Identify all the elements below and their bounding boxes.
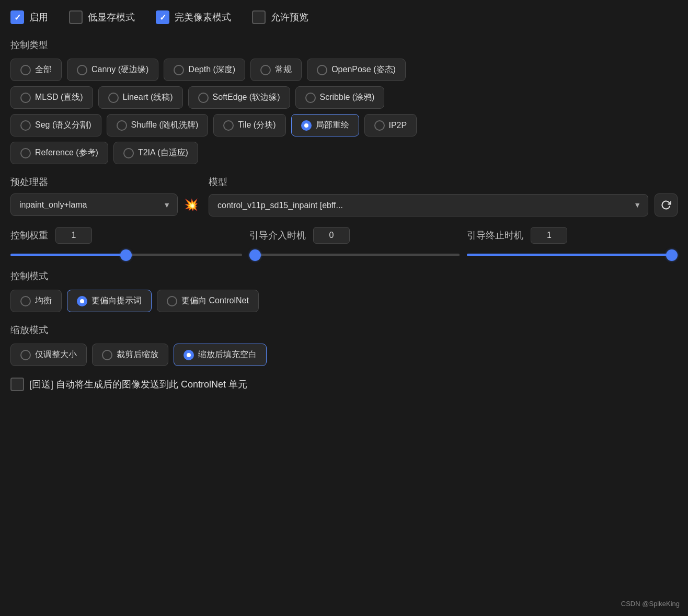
radio-circle-lineart xyxy=(108,93,119,103)
resize-mode-crop[interactable]: 裁剪后缩放 xyxy=(92,344,168,366)
radio-circle-all xyxy=(20,65,31,75)
control-type-seg[interactable]: Seg (语义分割) xyxy=(10,114,101,136)
control-type-inpaint[interactable]: 局部重绘 xyxy=(291,114,359,136)
resize-mode-only[interactable]: 仅调整大小 xyxy=(10,344,87,366)
model-label: 模型 xyxy=(209,176,678,188)
radio-label-ip2p: IP2P xyxy=(389,121,407,130)
slider-labels-row: 控制权重 1 引导介入时机 0 引导终止时机 1 xyxy=(10,227,678,244)
radio-circle-tile xyxy=(223,120,234,131)
guidance-end-slider[interactable] xyxy=(467,254,678,256)
guidance-end-track xyxy=(467,249,678,258)
enable-checkbox[interactable]: 启用 xyxy=(10,10,48,24)
radio-label-seg: Seg (语义分割) xyxy=(35,120,91,131)
guidance-end-label: 引导终止时机 xyxy=(467,229,523,242)
radio-circle-normal xyxy=(260,65,271,75)
resize-mode-group: 仅调整大小 裁剪后缩放 缩放后填充空白 xyxy=(10,344,678,366)
sliders-track-row xyxy=(10,249,678,258)
control-type-scribble[interactable]: Scribble (涂鸦) xyxy=(295,86,385,109)
control-type-openpose[interactable]: OpenPose (姿态) xyxy=(307,59,406,81)
control-type-all[interactable]: 全部 xyxy=(10,59,62,81)
preprocessor-col: 预处理器 inpaint_only+lama inpaint_only none… xyxy=(10,176,198,216)
control-type-row-2: MLSD (直线) Lineart (线稿) SoftEdge (软边缘) Sc… xyxy=(10,86,678,109)
guidance-end-header: 引导终止时机 1 xyxy=(467,227,678,244)
pixel-perfect-label: 完美像素模式 xyxy=(175,11,231,24)
resize-mode-fill[interactable]: 缩放后填充空白 xyxy=(174,344,267,366)
control-mode-title: 控制模式 xyxy=(10,270,678,282)
model-col: 模型 control_v11p_sd15_inpaint [ebff... no… xyxy=(209,176,678,216)
guidance-start-value[interactable]: 0 xyxy=(313,227,350,244)
radio-circle-t2ia xyxy=(123,148,134,158)
radio-circle-shuffle xyxy=(117,120,127,131)
radio-label-softedge: SoftEdge (软边缘) xyxy=(213,92,280,103)
loopback-checkbox-box xyxy=(10,378,24,391)
control-mode-controlnet[interactable]: 更偏向 ControlNet xyxy=(157,290,259,312)
radio-circle-ip2p xyxy=(374,120,385,131)
guidance-start-header: 引导介入时机 0 xyxy=(249,227,460,244)
low-vram-checkbox-box xyxy=(69,10,83,24)
radio-circle-controlnet xyxy=(167,296,177,306)
control-type-t2ia[interactable]: T2IA (自适应) xyxy=(113,142,198,164)
control-type-softedge[interactable]: SoftEdge (软边缘) xyxy=(188,86,290,109)
control-mode-balanced[interactable]: 均衡 xyxy=(10,290,62,312)
control-weight-label: 控制权重 xyxy=(10,229,48,242)
low-vram-label: 低显存模式 xyxy=(88,11,135,24)
control-type-mlsd[interactable]: MLSD (直线) xyxy=(10,86,93,109)
control-type-depth[interactable]: Depth (深度) xyxy=(164,59,245,81)
model-select-wrapper: control_v11p_sd15_inpaint [ebff... none … xyxy=(209,194,648,216)
guidance-end-value[interactable]: 1 xyxy=(531,227,567,244)
preprocessor-select[interactable]: inpaint_only+lama inpaint_only none xyxy=(10,193,178,216)
radio-label-normal: 常规 xyxy=(275,64,292,75)
radio-circle-softedge xyxy=(198,93,209,103)
enable-checkbox-box xyxy=(10,10,24,24)
refresh-model-button[interactable] xyxy=(655,193,678,216)
top-checkboxes-row: 启用 低显存模式 完美像素模式 允许预览 xyxy=(10,10,678,24)
radio-circle-resize-only xyxy=(20,350,31,360)
control-type-tile[interactable]: Tile (分块) xyxy=(213,114,285,136)
control-type-canny[interactable]: Canny (硬边缘) xyxy=(67,59,158,81)
radio-label-balanced: 均衡 xyxy=(35,295,52,306)
allow-preview-checkbox-box xyxy=(252,10,266,24)
allow-preview-label: 允许预览 xyxy=(271,11,308,24)
preprocessor-model-row: 预处理器 inpaint_only+lama inpaint_only none… xyxy=(10,176,678,216)
guidance-start-slider[interactable] xyxy=(249,254,460,256)
control-type-reference[interactable]: Reference (参考) xyxy=(10,142,108,164)
low-vram-checkbox[interactable]: 低显存模式 xyxy=(69,10,135,24)
control-type-shuffle[interactable]: Shuffle (随机洗牌) xyxy=(107,114,209,136)
radio-circle-mlsd xyxy=(20,93,31,103)
enable-label: 启用 xyxy=(29,11,48,24)
watermark: CSDN @SpikeKing xyxy=(621,600,680,608)
pixel-perfect-checkbox[interactable]: 完美像素模式 xyxy=(156,10,231,24)
control-type-normal[interactable]: 常规 xyxy=(250,59,302,81)
resize-mode-section: 缩放模式 仅调整大小 裁剪后缩放 缩放后填充空白 xyxy=(10,324,678,366)
spark-icon[interactable]: 💥 xyxy=(184,198,198,212)
control-weight-track xyxy=(10,249,242,258)
allow-preview-checkbox[interactable]: 允许预览 xyxy=(252,10,308,24)
radio-circle-depth xyxy=(174,65,184,75)
preprocessor-select-wrapper: inpaint_only+lama inpaint_only none ▼ xyxy=(10,193,178,216)
radio-label-lineart: Lineart (线稿) xyxy=(123,92,173,103)
radio-circle-balanced xyxy=(20,296,31,306)
radio-label-depth: Depth (深度) xyxy=(188,64,235,75)
control-type-row-4: Reference (参考) T2IA (自适应) xyxy=(10,142,678,164)
control-weight-slider[interactable] xyxy=(10,254,242,256)
radio-circle-prompt xyxy=(77,296,87,306)
control-weight-value[interactable]: 1 xyxy=(55,227,92,244)
model-content: control_v11p_sd15_inpaint [ebff... none … xyxy=(209,193,678,216)
radio-circle-openpose xyxy=(317,65,327,75)
control-type-title: 控制类型 xyxy=(10,39,678,51)
radio-label-prompt: 更偏向提示词 xyxy=(91,295,142,306)
radio-label-controlnet: 更偏向 ControlNet xyxy=(181,295,249,306)
radio-label-all: 全部 xyxy=(35,64,52,75)
guidance-start-label: 引导介入时机 xyxy=(249,229,306,242)
model-select[interactable]: control_v11p_sd15_inpaint [ebff... none xyxy=(209,194,648,216)
control-type-ip2p[interactable]: IP2P xyxy=(364,114,417,136)
radio-label-scribble: Scribble (涂鸦) xyxy=(320,92,375,103)
radio-circle-scribble xyxy=(305,93,316,103)
radio-label-t2ia: T2IA (自适应) xyxy=(138,147,188,158)
loopback-checkbox[interactable]: [回送] 自动将生成后的图像发送到此 ControlNet 单元 xyxy=(10,378,247,391)
control-mode-prompt[interactable]: 更偏向提示词 xyxy=(67,290,152,312)
radio-label-inpaint: 局部重绘 xyxy=(316,120,349,131)
radio-label-mlsd: MLSD (直线) xyxy=(35,92,83,103)
control-type-lineart[interactable]: Lineart (线稿) xyxy=(98,86,183,109)
preprocessor-content: inpaint_only+lama inpaint_only none ▼ 💥 xyxy=(10,193,198,216)
